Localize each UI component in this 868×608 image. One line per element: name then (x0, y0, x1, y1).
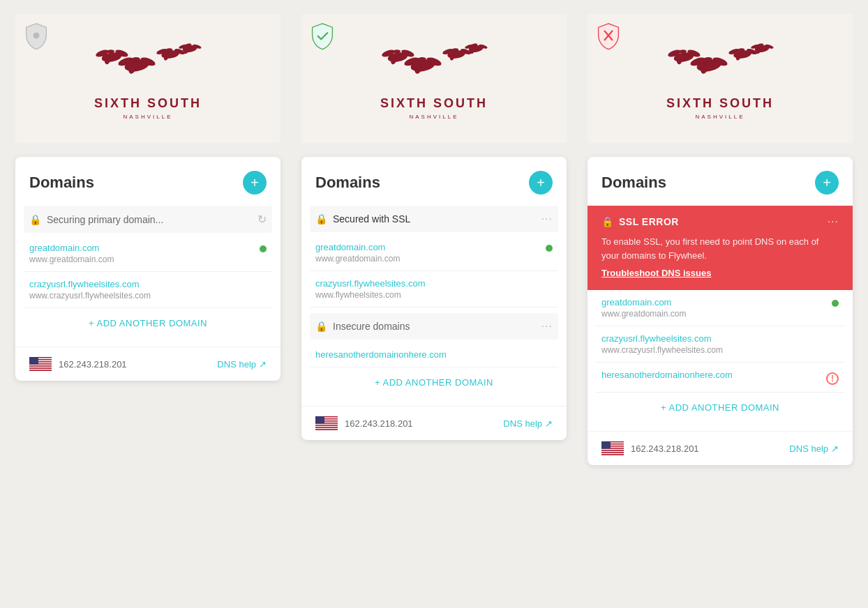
logo-sub-2: NASHVILLE (409, 114, 458, 120)
svg-point-44 (412, 60, 420, 67)
domains-title-3: Domains (601, 174, 666, 192)
dots-menu-error[interactable]: ··· (828, 215, 839, 228)
domain-item-row-1-2: crazyusrl.flywheelsites.com www.crazyusr… (29, 279, 267, 301)
dns-help-1[interactable]: DNS help ↗ (217, 359, 267, 370)
ssl-troubleshoot-link[interactable]: Troubleshoot DNS issues (601, 268, 711, 278)
domains-card-body-2: 🔒 Secured with SSL ··· greatdomain.com w… (301, 206, 567, 406)
domain-info-3-2: crazyusrl.flywheelsites.com www.crazyusr… (601, 333, 723, 355)
svg-point-62 (389, 53, 396, 59)
domain-info-2-2: crazyusrl.flywheelsites.com www.flywheel… (315, 278, 426, 300)
domain-www-1-2: www.crazyusrl.flywheelsites.com (29, 291, 151, 301)
domain-item-row-2-insecure: heresanotherdomainonhere.com (315, 349, 553, 360)
lock-icon-insecure: 🔒 (315, 321, 327, 332)
domain-info-3-1: greatdomain.com www.greatdomain.com (601, 297, 686, 319)
domain-info-2-1: greatdomain.com www.greatdomain.com (315, 242, 400, 264)
securing-text: Securing primary domain... (47, 214, 252, 225)
svg-point-90 (734, 51, 740, 55)
logo-brand-2: SIXTH SOUTH (380, 96, 488, 111)
domain-name-3-3[interactable]: heresanotherdomainonhere.com (601, 370, 733, 380)
domains-card-header-2: Domains + (301, 157, 567, 206)
lock-icon-green: 🔒 (315, 213, 327, 225)
domains-title-1: Domains (29, 174, 94, 192)
card-footer-3: 162.243.218.201 DNS help ↗ (588, 431, 853, 465)
domain-name-3-1[interactable]: greatdomain.com (601, 297, 686, 307)
domain-name-3-2[interactable]: crazyusrl.flywheelsites.com (601, 333, 723, 344)
birds-illustration (92, 38, 204, 93)
domain-name-2-1[interactable]: greatdomain.com (315, 242, 400, 252)
svg-rect-33 (29, 365, 52, 367)
domains-title-2: Domains (315, 174, 380, 192)
domain-status-dot-3-1 (832, 300, 839, 307)
domain-www-3-1: www.greatdomain.com (601, 309, 686, 319)
logo-sub-1: NASHVILLE (123, 114, 172, 120)
ssl-error-title: SSL ERROR (619, 216, 679, 227)
logo-content-1: SIXTH SOUTH NASHVILLE (92, 38, 204, 120)
svg-rect-115 (601, 454, 624, 455)
ssl-error-header: 🔒 SSL ERROR ··· (601, 215, 839, 228)
add-domain-row-2[interactable]: + ADD ANOTHER DOMAIN (310, 367, 558, 397)
domains-card-header-3: Domains + (588, 157, 853, 206)
dns-help-2[interactable]: DNS help ↗ (503, 418, 553, 429)
logo-content-2: SIXTH SOUTH NASHVILLE (378, 38, 490, 120)
svg-rect-76 (315, 416, 324, 424)
add-domain-btn-1[interactable]: + (243, 171, 267, 195)
logo-brand-1: SIXTH SOUTH (94, 96, 202, 111)
secured-text: Secured with SSL (333, 213, 536, 225)
svg-point-96 (755, 45, 759, 50)
svg-point-84 (698, 60, 706, 67)
domain-item-row-3-3: heresanotherdomainonhere.com ! (601, 370, 839, 385)
dots-menu-insecure[interactable]: ··· (541, 320, 553, 333)
domain-name-1-1[interactable]: greatdomain.com (29, 243, 114, 253)
svg-rect-112 (601, 451, 624, 453)
footer-left-1: 162.243.218.201 (29, 357, 127, 371)
domain-item-2-insecure: heresanotherdomainonhere.com (310, 342, 558, 367)
add-domain-btn-3[interactable]: + (815, 171, 839, 195)
svg-rect-75 (315, 429, 338, 430)
logo-card-1: SIXTH SOUTH NASHVILLE (15, 14, 280, 143)
footer-left-3: 162.243.218.201 (601, 441, 699, 455)
svg-point-12 (162, 51, 167, 55)
dns-help-3[interactable]: DNS help ↗ (789, 443, 839, 454)
svg-rect-116 (601, 441, 611, 449)
status-row-insecure: 🔒 Insecure domains ··· (310, 313, 558, 340)
logo-content-3: SIXTH SOUTH NASHVILLE (664, 38, 776, 120)
domain-status-dot-1-1 (260, 245, 267, 252)
add-domain-btn-2[interactable]: + (529, 171, 553, 195)
domains-card-body-1: 🔒 Securing primary domain... ↻ greatdoma… (15, 206, 280, 347)
dots-menu-secured[interactable]: ··· (541, 213, 553, 225)
ssl-error-title-row: 🔒 SSL ERROR (601, 216, 679, 227)
external-link-icon-3: ↗ (831, 443, 839, 454)
svg-rect-71 (315, 425, 338, 426)
column-2: SIXTH SOUTH NASHVILLE Domains + 🔒 Secure… (301, 14, 567, 440)
svg-rect-35 (29, 367, 52, 369)
domain-status-dot-2-1 (546, 245, 553, 252)
svg-rect-111 (601, 450, 624, 451)
domain-item-3-3: heresanotherdomainonhere.com ! (596, 363, 844, 393)
domain-item-row-3-2: crazyusrl.flywheelsites.com www.crazyusr… (601, 333, 839, 355)
domain-item-row-2-1: greatdomain.com www.greatdomain.com (315, 242, 553, 264)
ip-address-1: 162.243.218.201 (59, 359, 127, 370)
insecure-label: Insecure domains (333, 321, 536, 332)
add-domain-row-3[interactable]: + ADD ANOTHER DOMAIN (596, 393, 844, 423)
main-container: SIXTH SOUTH NASHVILLE Domains + 🔒 Securi… (14, 14, 854, 465)
add-domain-row-1[interactable]: + ADD ANOTHER DOMAIN (24, 308, 272, 338)
svg-rect-72 (315, 426, 338, 427)
svg-rect-110 (601, 449, 624, 450)
domain-info-1-2: crazyusrl.flywheelsites.com www.crazyusr… (29, 279, 151, 301)
us-flag-3 (601, 441, 624, 455)
external-link-icon-2: ↗ (545, 418, 553, 429)
domain-status-dot-warning: ! (826, 372, 839, 385)
domain-www-1-1: www.greatdomain.com (29, 254, 114, 264)
domains-card-header-1: Domains + (15, 157, 280, 206)
svg-point-18 (183, 45, 187, 50)
svg-point-102 (675, 53, 682, 59)
shield-icon-red (596, 22, 621, 50)
domain-name-2-2[interactable]: crazyusrl.flywheelsites.com (315, 278, 426, 289)
svg-rect-114 (601, 453, 624, 455)
domain-name-1-2[interactable]: crazyusrl.flywheelsites.com (29, 279, 151, 289)
domain-www-3-2: www.crazyusrl.flywheelsites.com (601, 345, 723, 355)
domain-info-3-3: heresanotherdomainonhere.com (601, 370, 733, 380)
svg-rect-37 (29, 370, 52, 371)
svg-point-0 (33, 32, 40, 38)
domain-name-2-insecure[interactable]: heresanotherdomainonhere.com (315, 349, 447, 360)
